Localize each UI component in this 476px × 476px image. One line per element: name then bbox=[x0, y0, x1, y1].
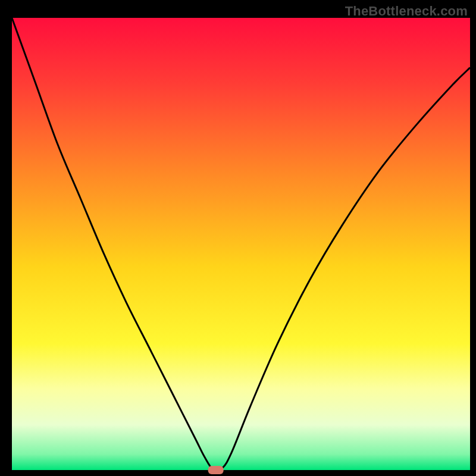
minimum-marker bbox=[208, 466, 224, 474]
chart-svg bbox=[0, 0, 476, 476]
watermark-text: TheBottleneck.com bbox=[345, 4, 468, 19]
plot-background bbox=[12, 18, 470, 470]
bottleneck-chart: TheBottleneck.com bbox=[0, 0, 476, 476]
